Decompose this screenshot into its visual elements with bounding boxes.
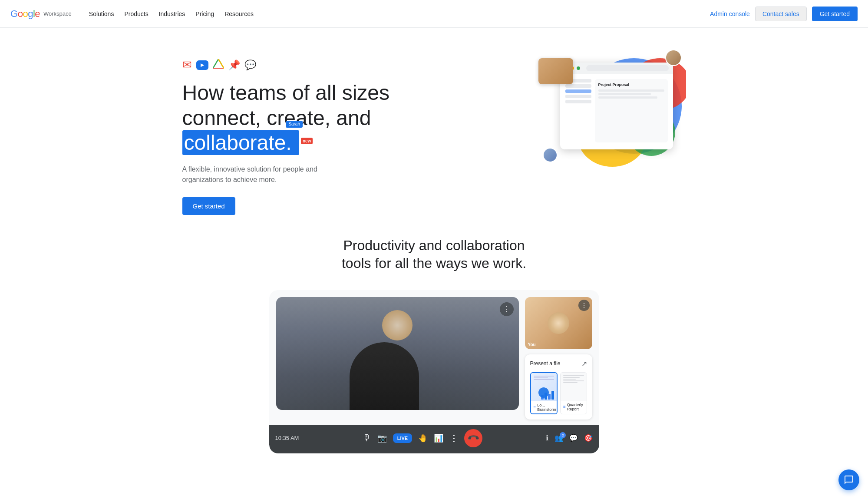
profile-avatar-1	[665, 50, 682, 66]
nav-links: Solutions Products Industries Pricing Re…	[84, 7, 259, 21]
people-button[interactable]: 👥2	[554, 434, 563, 442]
nav-left: Google Workspace Solutions Products Indu…	[10, 7, 259, 21]
workspace-wordmark: Workspace	[43, 10, 72, 17]
nav-link-resources[interactable]: Resources	[219, 7, 259, 21]
toolbar-time: 10:35 AM	[275, 435, 299, 441]
toolbar-right-controls: ℹ 👥2 💬 🎯	[546, 434, 593, 442]
hero-title-line2: connect, create, and	[182, 106, 371, 129]
main-video-more-button[interactable]: ⋮	[500, 302, 514, 316]
present-file-header: Present a file ↗	[530, 360, 587, 368]
nav-link-solutions[interactable]: Solutions	[84, 7, 119, 21]
chat-fab-icon	[844, 475, 854, 479]
side-video-more-button[interactable]: ⋮	[578, 300, 590, 311]
file-card-quarterly[interactable]: ≡ Quarterly Report	[560, 372, 587, 414]
hero-section: ✉ ▶ 📌 💬 How teams of all sizes connect, …	[130, 28, 738, 228]
svg-marker-0	[213, 59, 224, 69]
nav-get-started-button[interactable]: Get started	[812, 7, 858, 21]
mic-button[interactable]: 🎙	[363, 433, 371, 443]
docs-icon-quarterly: ≡	[563, 404, 566, 409]
nav-link-industries[interactable]: Industries	[154, 7, 191, 21]
contact-sales-button[interactable]: Contact sales	[755, 7, 807, 21]
main-video-panel: ⋮	[276, 297, 519, 410]
present-file-icon[interactable]: ↗	[581, 360, 587, 368]
svg-marker-1	[213, 59, 224, 69]
present-file-title: Present a file	[530, 360, 561, 367]
hero-title-line1: How teams of all sizes	[182, 81, 390, 104]
chat-icon: 💬	[244, 59, 256, 71]
nav-link-products[interactable]: Products	[119, 7, 153, 21]
svg-line-3	[218, 59, 224, 69]
cursor-label: Sarah	[286, 121, 303, 128]
meet-icon: ▶	[196, 60, 208, 70]
activities-button[interactable]: 🎯	[584, 434, 593, 442]
file-thumb-brainstorm	[531, 373, 557, 401]
side-video-label: You	[528, 342, 536, 347]
present-button[interactable]: 📊	[434, 433, 443, 443]
side-video-panel: ⋮ You	[525, 297, 592, 349]
present-file-panel: Present a file ↗	[525, 354, 592, 420]
new-badge: new	[301, 138, 313, 144]
file-card-brainstorm[interactable]: ≡ Lo... Brainstorm	[530, 372, 558, 414]
file-name-quarterly: Quarterly Report	[567, 403, 584, 411]
demo-toolbar: 10:35 AM 🎙 📷 LIVE 🤚 📊 ⋮ 📞 ℹ 👥2 💬 🎯	[269, 425, 599, 453]
keep-icon: 📌	[228, 59, 240, 71]
section-title: Productivity and collaboration tools for…	[0, 237, 868, 273]
end-call-button[interactable]: 📞	[460, 425, 486, 451]
hand-button[interactable]: 🤚	[418, 433, 428, 443]
chat-fab-button[interactable]	[838, 469, 859, 479]
hero-left: ✉ ▶ 📌 💬 How teams of all sizes connect, …	[182, 50, 390, 215]
navbar: Google Workspace Solutions Products Indu…	[0, 0, 868, 28]
chat-button[interactable]: 💬	[569, 434, 578, 442]
toolbar-center-controls: 🎙 📷 LIVE 🤚 📊 ⋮ 📞	[363, 429, 482, 447]
side-panel: ⋮ You Present a file ↗	[525, 297, 592, 420]
gmail-icon: ✉	[182, 58, 192, 72]
hero-illustration: Project Proposal	[538, 50, 686, 180]
person-figure	[354, 306, 441, 410]
drive-icon	[213, 59, 224, 71]
info-button[interactable]: ℹ	[546, 434, 548, 442]
camera-button[interactable]: 📷	[377, 433, 387, 443]
demo-container: ⋮ ⋮ You Present a file ↗	[269, 290, 599, 453]
docs-icon-brainstorm: ≡	[534, 405, 536, 410]
hero-mini-video	[538, 58, 573, 84]
file-name-row-brainstorm: ≡ Lo... Brainstorm	[531, 401, 557, 413]
profile-avatar-2	[543, 148, 558, 162]
more-button[interactable]: ⋮	[449, 433, 458, 443]
hero-screenshot-window: Project Proposal	[560, 63, 673, 149]
live-button[interactable]: LIVE	[393, 433, 412, 443]
hero-highlight: collaborate. Sarah	[182, 130, 300, 155]
admin-console-link[interactable]: Admin console	[710, 10, 750, 17]
app-icons-row: ✉ ▶ 📌 💬	[182, 58, 390, 72]
nav-right: Admin console Contact sales Get started	[710, 7, 858, 21]
logo[interactable]: Google Workspace	[10, 8, 72, 20]
cursor-indicator	[538, 387, 549, 398]
svg-rect-11	[551, 391, 554, 400]
google-wordmark: Google	[10, 8, 40, 20]
demo-video-row: ⋮ ⋮ You Present a file ↗	[276, 297, 592, 420]
main-video-bg	[276, 297, 519, 410]
present-file-list: ≡ Lo... Brainstorm	[530, 372, 587, 414]
file-name-row-quarterly: ≡ Quarterly Report	[561, 401, 587, 413]
file-name-brainstorm: Lo... Brainstorm	[537, 403, 556, 412]
section-title-area: Productivity and collaboration tools for…	[0, 228, 868, 290]
nav-link-pricing[interactable]: Pricing	[190, 7, 219, 21]
file-thumb-quarterly	[561, 373, 587, 401]
hero-highlight-wrapper: collaborate. Sarah	[182, 131, 300, 154]
hero-get-started-button[interactable]: Get started	[182, 197, 235, 215]
hero-subtitle: A flexible, innovative solution for peop…	[182, 164, 390, 185]
hero-title: How teams of all sizes connect, create, …	[182, 80, 390, 155]
